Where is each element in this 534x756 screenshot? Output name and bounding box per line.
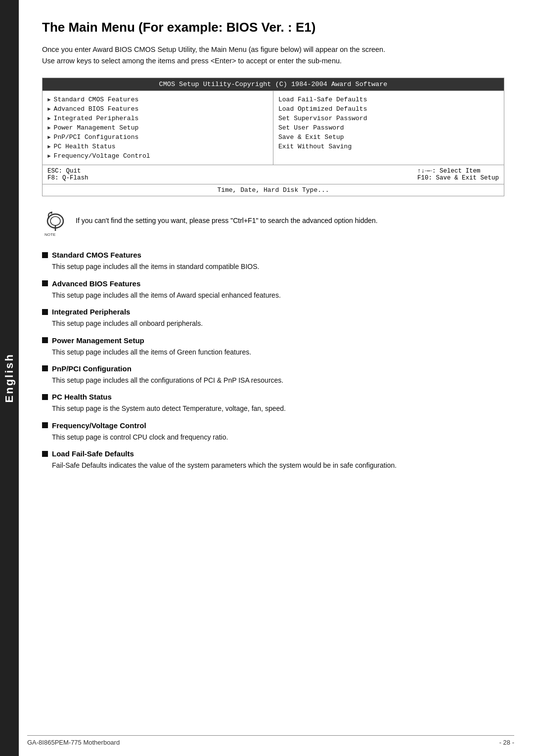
bios-left-column: ►Standard CMOS Features►Advanced BIOS Fe… — [43, 91, 273, 165]
feature-bullet-icon — [42, 252, 48, 258]
bios-left-item: ►PC Health Status — [47, 142, 268, 151]
bios-arrow-icon: ► — [47, 144, 51, 150]
bios-arrow-icon: ► — [47, 106, 51, 112]
bios-footer: ESC: Quit F8: Q-Flash ↑↓→←: Select Item … — [43, 165, 504, 184]
bios-f8-qflash: F8: Q-Flash — [47, 175, 89, 181]
feature-section: PC Health StatusThis setup page is the S… — [42, 393, 504, 414]
bios-arrow-icon: ► — [47, 116, 51, 122]
feature-bullet-icon — [42, 280, 48, 286]
feature-section: PnP/PCI ConfigurationThis setup page inc… — [42, 364, 504, 386]
bios-right-item: Set User Password — [278, 123, 499, 133]
feature-desc: Fail-Safe Defaults indicates the value o… — [52, 460, 504, 471]
feature-title-text: PC Health Status — [52, 393, 112, 401]
feature-title: Frequency/Voltage Control — [42, 421, 504, 430]
feature-title-text: PnP/PCI Configuration — [52, 364, 132, 373]
feature-desc: This setup page is the System auto detec… — [52, 403, 504, 414]
bios-right-item: Save & Exit Setup — [278, 133, 499, 142]
bios-left-item: ►Integrated Peripherals — [47, 114, 268, 123]
bios-left-item: ►Power Management Setup — [47, 123, 268, 133]
bios-right-item: Exit Without Saving — [278, 142, 499, 151]
feature-title: Advanced BIOS Features — [42, 279, 504, 288]
bios-header: CMOS Setup Utility-Copyright (C) 1984-20… — [43, 78, 504, 90]
page-title: The Main Menu (For example: BIOS Ver. : … — [42, 20, 504, 35]
svg-text:NOTE: NOTE — [44, 232, 55, 237]
feature-title: Integrated Peripherals — [42, 308, 504, 316]
feature-bullet-icon — [42, 309, 48, 315]
feature-section: Power Management SetupThis setup page in… — [42, 336, 504, 357]
intro-text: Once you enter Award BIOS CMOS Setup Uti… — [42, 44, 504, 67]
bios-arrow-icon: ► — [47, 134, 51, 140]
feature-desc: This setup page is control CPU clock and… — [52, 432, 504, 443]
intro-line1: Once you enter Award BIOS CMOS Setup Uti… — [42, 44, 504, 55]
footer-left: GA-8I865PEM-775 Motherboard — [27, 739, 120, 746]
feature-title-text: Power Management Setup — [52, 336, 144, 345]
note-text: If you can't find the setting you want, … — [76, 210, 378, 226]
bios-right-item: Load Fail-Safe Defaults — [278, 95, 499, 104]
bios-footer-right: ↑↓→←: Select Item F10: Save & Exit Setup — [417, 168, 499, 181]
feature-desc: This setup page includes all the configu… — [52, 375, 504, 386]
bios-esc-quit: ESC: Quit — [47, 168, 89, 175]
feature-title: Power Management Setup — [42, 336, 504, 345]
bios-body: ►Standard CMOS Features►Advanced BIOS Fe… — [43, 90, 504, 165]
footer-right: - 28 - — [499, 739, 514, 746]
bios-arrow-icon: ► — [47, 97, 51, 103]
bios-right-column: Load Fail-Safe DefaultsLoad Optimized De… — [273, 91, 504, 165]
bios-screenshot: CMOS Setup Utility-Copyright (C) 1984-20… — [42, 78, 504, 196]
feature-section: Load Fail-Safe DefaultsFail-Safe Default… — [42, 449, 504, 471]
bios-right-item: Load Optimized Defaults — [278, 104, 499, 114]
feature-title: PC Health Status — [42, 393, 504, 401]
bios-status-bar: Time, Date, Hard Disk Type... — [43, 184, 504, 196]
feature-desc: This setup page includes all the items o… — [52, 347, 504, 357]
feature-bullet-icon — [42, 422, 48, 428]
features-list: Standard CMOS FeaturesThis setup page in… — [42, 251, 504, 471]
bios-footer-left: ESC: Quit F8: Q-Flash — [47, 168, 89, 181]
bios-left-item: ►PnP/PCI Configurations — [47, 133, 268, 142]
bios-left-item: ►Standard CMOS Features — [47, 95, 268, 104]
feature-bullet-icon — [42, 394, 48, 400]
side-tab-label: English — [3, 353, 16, 402]
svg-point-1 — [50, 217, 60, 225]
feature-bullet-icon — [42, 365, 48, 371]
bios-f10-save: F10: Save & Exit Setup — [417, 175, 499, 181]
feature-bullet-icon — [42, 451, 48, 457]
feature-desc: This setup page includes all the items i… — [52, 261, 504, 272]
feature-section: Integrated PeripheralsThis setup page in… — [42, 308, 504, 329]
main-content: The Main Menu (For example: BIOS Ver. : … — [27, 0, 534, 498]
bios-select-item: ↑↓→←: Select Item — [417, 168, 499, 175]
bios-left-item: ►Frequency/Voltage Control — [47, 151, 268, 161]
feature-title-text: Advanced BIOS Features — [52, 279, 140, 288]
bios-arrow-icon: ► — [47, 125, 51, 131]
note-icon: NOTE — [42, 210, 69, 237]
note-box: NOTE If you can't find the setting you w… — [42, 210, 504, 237]
feature-bullet-icon — [42, 337, 48, 343]
bios-right-item: Set Supervisor Password — [278, 114, 499, 123]
feature-title: Standard CMOS Features — [42, 251, 504, 259]
feature-desc: This setup page includes all onboard per… — [52, 318, 504, 329]
feature-section: Frequency/Voltage ControlThis setup page… — [42, 421, 504, 443]
feature-title-text: Load Fail-Safe Defaults — [52, 449, 134, 458]
feature-section: Standard CMOS FeaturesThis setup page in… — [42, 251, 504, 272]
feature-title-text: Frequency/Voltage Control — [52, 421, 146, 430]
intro-line2: Use arrow keys to select among the items… — [42, 55, 504, 67]
feature-title: Load Fail-Safe Defaults — [42, 449, 504, 458]
feature-section: Advanced BIOS FeaturesThis setup page in… — [42, 279, 504, 301]
bios-left-item: ►Advanced BIOS Features — [47, 104, 268, 114]
feature-title-text: Integrated Peripherals — [52, 308, 130, 316]
feature-title: PnP/PCI Configuration — [42, 364, 504, 373]
page-footer: GA-8I865PEM-775 Motherboard - 28 - — [27, 735, 514, 746]
feature-desc: This setup page includes all the items o… — [52, 290, 504, 301]
side-tab: English — [0, 0, 19, 756]
feature-title-text: Standard CMOS Features — [52, 251, 141, 259]
bios-arrow-icon: ► — [47, 153, 51, 159]
